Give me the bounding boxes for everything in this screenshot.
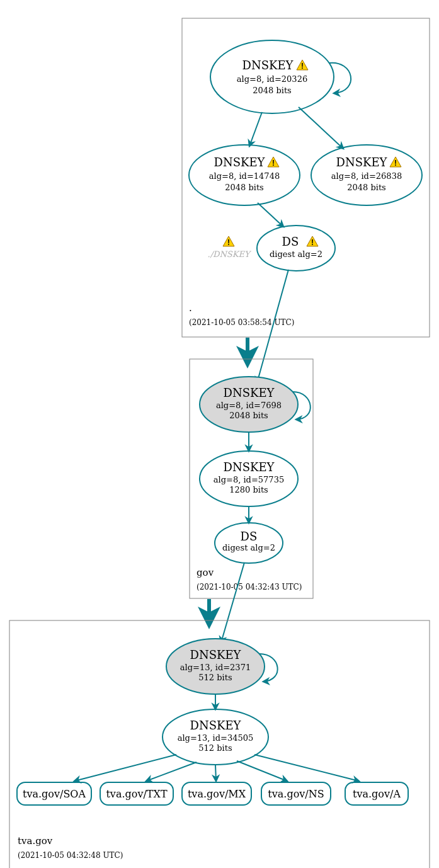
svg-point-16 bbox=[257, 226, 335, 271]
warning-icon bbox=[223, 236, 234, 247]
edge-tva-zsk-mx bbox=[215, 765, 216, 781]
tva-rr-ns: tva.gov/NS bbox=[261, 782, 331, 805]
svg-text:DNSKEY: DNSKEY bbox=[224, 386, 275, 399]
svg-text:alg=8, id=26838: alg=8, id=26838 bbox=[331, 171, 402, 181]
edge-tva-zsk-a bbox=[254, 755, 359, 781]
svg-text:DNSKEY: DNSKEY bbox=[214, 156, 266, 169]
tva-ksk: DNSKEY alg=13, id=2371 512 bits bbox=[166, 639, 265, 694]
svg-text:alg=13, id=2371: alg=13, id=2371 bbox=[180, 663, 251, 672]
gov-ds: DS digest alg=2 bbox=[215, 523, 283, 563]
svg-text:2048 bits: 2048 bits bbox=[347, 183, 386, 192]
zone-root: . (2021-10-05 03:58:54 UTC) DNSKEY alg=8… bbox=[182, 18, 430, 337]
svg-text:DNSKEY: DNSKEY bbox=[224, 460, 275, 474]
zone-root-label: . bbox=[189, 302, 192, 314]
svg-text:tva.gov/SOA: tva.gov/SOA bbox=[23, 788, 86, 800]
tva-rr-mx: tva.gov/MX bbox=[182, 782, 251, 805]
svg-text:tva.gov/MX: tva.gov/MX bbox=[188, 788, 246, 800]
svg-text:digest alg=2: digest alg=2 bbox=[222, 543, 275, 552]
edge-tva-zsk-soa bbox=[74, 755, 176, 781]
zone-root-time: (2021-10-05 03:58:54 UTC) bbox=[189, 318, 294, 327]
svg-text:2048 bits: 2048 bits bbox=[225, 183, 264, 192]
zone-tva: tva.gov (2021-10-05 04:32:48 UTC) DNSKEY… bbox=[9, 620, 430, 868]
tva-rr-txt: tva.gov/TXT bbox=[100, 782, 173, 805]
svg-text:DS: DS bbox=[282, 235, 299, 248]
root-ds: DS digest alg=2 bbox=[257, 226, 335, 271]
svg-text:1280 bits: 1280 bits bbox=[229, 485, 268, 494]
svg-text:512 bits: 512 bits bbox=[198, 743, 232, 753]
zone-tva-time: (2021-10-05 04:32:48 UTC) bbox=[18, 851, 123, 860]
svg-text:alg=8, id=20326: alg=8, id=20326 bbox=[237, 74, 307, 84]
svg-text:alg=8, id=57735: alg=8, id=57735 bbox=[214, 475, 284, 484]
svg-text:DNSKEY: DNSKEY bbox=[190, 648, 242, 661]
svg-text:2048 bits: 2048 bits bbox=[229, 411, 268, 420]
svg-text:./DNSKEY: ./DNSKEY bbox=[208, 249, 252, 259]
svg-text:DS: DS bbox=[241, 530, 258, 543]
svg-text:512 bits: 512 bits bbox=[198, 673, 232, 682]
svg-text:tva.gov/TXT: tva.gov/TXT bbox=[106, 788, 167, 800]
svg-text:DNSKEY: DNSKEY bbox=[336, 156, 388, 169]
edge-tva-zsk-ns bbox=[237, 761, 287, 781]
zone-tva-label: tva.gov bbox=[18, 835, 53, 847]
root-ghost-dnskey: ./DNSKEY bbox=[208, 236, 252, 259]
root-zsk-a: DNSKEY alg=8, id=14748 2048 bits bbox=[189, 145, 300, 205]
svg-text:tva.gov/NS: tva.gov/NS bbox=[268, 788, 324, 800]
svg-text:DNSKEY: DNSKEY bbox=[190, 719, 242, 732]
tva-rr-soa: tva.gov/SOA bbox=[17, 782, 91, 805]
svg-text:DNSKEY: DNSKEY bbox=[242, 59, 294, 72]
svg-text:alg=8, id=14748: alg=8, id=14748 bbox=[209, 171, 280, 181]
edge-govds-tvaksk bbox=[221, 562, 244, 642]
root-zsk-b: DNSKEY alg=8, id=26838 2048 bits bbox=[311, 145, 422, 205]
edge-root-zska-ds bbox=[258, 203, 283, 227]
svg-text:digest alg=2: digest alg=2 bbox=[270, 249, 322, 259]
edge-tva-zsk-txt bbox=[146, 762, 197, 781]
gov-ksk: DNSKEY alg=8, id=7698 2048 bits bbox=[200, 377, 298, 432]
root-ksk: DNSKEY alg=8, id=20326 2048 bits bbox=[210, 40, 334, 113]
edge-root-ksk-zskb bbox=[299, 107, 343, 149]
tva-zsk: DNSKEY alg=13, id=34505 512 bits bbox=[162, 709, 268, 765]
edge-root-ksk-zska bbox=[249, 112, 262, 146]
zone-gov-label: gov bbox=[197, 567, 214, 578]
svg-text:tva.gov/A: tva.gov/A bbox=[353, 788, 401, 800]
gov-zsk: DNSKEY alg=8, id=57735 1280 bits bbox=[200, 451, 298, 506]
svg-text:alg=8, id=7698: alg=8, id=7698 bbox=[216, 401, 282, 410]
tva-rr-a: tva.gov/A bbox=[345, 782, 408, 805]
zone-gov: gov (2021-10-05 04:32:43 UTC) DNSKEY alg… bbox=[190, 359, 313, 598]
zone-gov-time: (2021-10-05 04:32:43 UTC) bbox=[197, 583, 302, 591]
svg-text:alg=13, id=34505: alg=13, id=34505 bbox=[178, 733, 254, 743]
svg-text:2048 bits: 2048 bits bbox=[253, 86, 292, 95]
dnssec-graph: ! . (2021-10-05 03:58:54 UTC) DNSKEY alg… bbox=[0, 0, 439, 868]
